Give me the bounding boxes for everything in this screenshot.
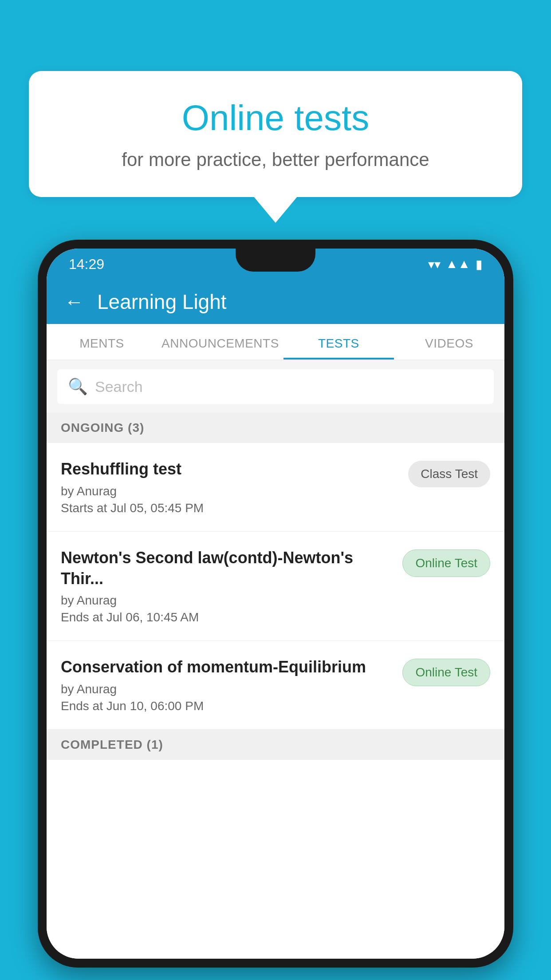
speech-bubble-container: Online tests for more practice, better p…	[29, 71, 522, 223]
test-item-1[interactable]: Reshuffling test by Anurag Starts at Jul…	[47, 443, 504, 532]
tabs-bar: MENTS ANNOUNCEMENTS TESTS VIDEOS	[47, 324, 504, 360]
speech-bubble-arrow	[253, 196, 298, 223]
ongoing-section-header: ONGOING (3)	[47, 413, 504, 443]
test-item-2[interactable]: Newton's Second law(contd)-Newton's Thir…	[47, 532, 504, 641]
wifi-icon: ▾▾	[428, 257, 441, 272]
test-time-2: Ends at Jul 06, 10:45 AM	[61, 610, 394, 624]
phone-frame: 14:29 ▾▾ ▲▲ ▮ ← Learning Light MENTS ANN…	[38, 240, 513, 968]
speech-bubble-subtitle: for more practice, better performance	[64, 149, 487, 170]
test-badge-2: Online Test	[402, 549, 490, 577]
completed-section-header: COMPLETED (1)	[47, 730, 504, 760]
app-bar-title: Learning Light	[97, 290, 227, 314]
search-placeholder: Search	[95, 378, 143, 395]
back-button[interactable]: ←	[64, 291, 84, 313]
test-author-1: by Anurag	[61, 484, 399, 498]
speech-bubble-title: Online tests	[64, 98, 487, 138]
test-item-3[interactable]: Conservation of momentum-Equilibrium by …	[47, 641, 504, 730]
status-icons: ▾▾ ▲▲ ▮	[428, 257, 482, 272]
tab-videos[interactable]: VIDEOS	[394, 324, 504, 360]
tab-announcements[interactable]: ANNOUNCEMENTS	[157, 324, 283, 360]
signal-icon: ▲▲	[446, 257, 470, 271]
test-time-3: Ends at Jun 10, 06:00 PM	[61, 699, 394, 713]
tab-tests[interactable]: TESTS	[283, 324, 394, 360]
test-name-3: Conservation of momentum-Equilibrium	[61, 657, 394, 678]
tab-ments[interactable]: MENTS	[47, 324, 157, 360]
test-time-value-3: Jun 10, 06:00 PM	[106, 699, 204, 713]
test-badge-3: Online Test	[402, 659, 490, 686]
test-time-label-2: Ends at	[61, 610, 103, 624]
phone-inner: 14:29 ▾▾ ▲▲ ▮ ← Learning Light MENTS ANN…	[47, 249, 504, 959]
test-list: Reshuffling test by Anurag Starts at Jul…	[47, 443, 504, 959]
test-info-2: Newton's Second law(contd)-Newton's Thir…	[61, 548, 394, 625]
test-name-2: Newton's Second law(contd)-Newton's Thir…	[61, 548, 394, 589]
search-icon: 🔍	[68, 377, 88, 396]
test-time-value-1: Jul 05, 05:45 PM	[110, 501, 204, 515]
test-author-2: by Anurag	[61, 593, 394, 608]
test-badge-1: Class Test	[408, 461, 490, 487]
test-time-1: Starts at Jul 05, 05:45 PM	[61, 501, 399, 515]
status-time: 14:29	[69, 256, 104, 273]
search-container: 🔍 Search	[47, 360, 504, 413]
test-info-3: Conservation of momentum-Equilibrium by …	[61, 657, 394, 713]
test-time-label-3: Ends at	[61, 699, 103, 713]
test-name-1: Reshuffling test	[61, 459, 399, 480]
test-author-3: by Anurag	[61, 682, 394, 696]
test-time-value-2: Jul 06, 10:45 AM	[106, 610, 199, 624]
speech-bubble: Online tests for more practice, better p…	[29, 71, 522, 197]
app-bar: ← Learning Light	[47, 280, 504, 324]
search-bar[interactable]: 🔍 Search	[57, 369, 494, 404]
test-info-1: Reshuffling test by Anurag Starts at Jul…	[61, 459, 399, 515]
phone-notch	[236, 249, 315, 272]
test-time-label-1: Starts at	[61, 501, 107, 515]
battery-icon: ▮	[476, 257, 482, 272]
